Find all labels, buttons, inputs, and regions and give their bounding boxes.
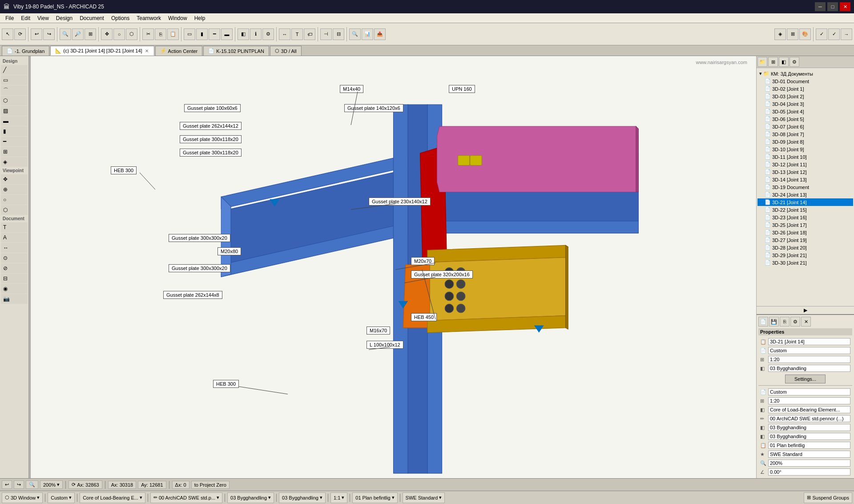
copy-button[interactable]: ⎘ [155,28,166,40]
sb-coords-ay[interactable]: Ay: 12681 [138,481,166,489]
object-tool-button[interactable]: ◈ [1,157,28,167]
bt-layer2-button[interactable]: 03 Bygghandling ▾ [227,492,274,503]
properties-button[interactable]: ⚙ [262,28,274,40]
draw-rect-button[interactable]: ▭ [1,75,28,85]
distribute-button[interactable]: ⊟ [333,28,344,40]
select-tool-button[interactable]: ↖ [2,28,13,40]
mesh-tool-button[interactable]: ⊞ [1,147,28,157]
tree-item-3d01[interactable]: 📄 3D-01 Document [757,77,853,85]
marker-tool-button[interactable]: ◉ [1,284,28,294]
sb-rotation-button[interactable]: ⟳ Ax: 32863 [68,480,102,489]
fit-window-button[interactable]: ⊞ [85,28,96,40]
wall-tool-button[interactable]: ▬ [1,116,28,126]
prop-doc-icon-button[interactable]: 📄 [758,317,768,327]
menu-document[interactable]: Document [76,14,108,22]
tree-item-3d14[interactable]: 📄 3D-14 [Joint 13] [757,176,853,183]
tree-item-3d28[interactable]: 📄 3D-28 [Joint 20] [757,244,853,251]
cut-button[interactable]: ✂ [142,28,154,40]
dim-tool-button[interactable]: ↔ [1,243,28,253]
undo-button[interactable]: ↩ [31,28,42,40]
sb-zoom-value[interactable]: 200% ▾ [40,480,63,489]
text-button[interactable]: T [291,28,303,40]
find-button[interactable]: 🔍 [349,28,361,40]
elevation-tool-button[interactable]: ⊟ [1,274,28,283]
draw-line-button[interactable]: ╱ [1,65,28,75]
drawing-area[interactable]: www.nairisargsyan.com [31,56,756,478]
sb-proj-zero[interactable]: to Project Zero [191,481,230,489]
minimize-button[interactable]: ─ [815,2,826,11]
fill-tool-button[interactable]: ▨ [1,106,28,116]
rp-prop-icon-button[interactable]: ⚙ [790,57,799,67]
layer-button[interactable]: ◧ [238,28,249,40]
tree-folder-km[interactable]: ▾ 📁 КМ: 3Д Документы [757,70,853,77]
element-info-button[interactable]: ℹ [250,28,262,40]
label-tool-button[interactable]: A [1,233,28,242]
beam-button[interactable]: ━ [209,28,220,40]
tree-item-3d04[interactable]: 📄 3D-04 [Joint 3] [757,100,853,108]
tree-item-3d07[interactable]: 📄 3D-07 [Joint 6] [757,123,853,130]
suspend-groups-button[interactable]: ⊞ Suspend Groups [804,492,852,503]
menu-design[interactable]: Design [52,14,76,22]
bt-std-button[interactable]: SWE Standard ▾ [403,492,445,503]
tab-joint14[interactable]: 📐 (c) 3D-21 [Joint 14] [3D-21 [Joint 14]… [50,46,154,56]
detail-tool-button[interactable]: ⊙ [1,253,28,263]
tab-grundplan[interactable]: 📄 -1. Grundplan [2,46,49,56]
prop-layer4-value[interactable]: 03 Bygghandling [768,433,850,440]
tree-item-3d22[interactable]: 📄 3D-22 [Joint 15] [757,206,853,214]
tree-item-3d29[interactable]: 📄 3D-29 [Joint 21] [757,251,853,259]
sb-delta-x[interactable]: Δx: 0 [172,481,189,489]
bt-custom-button[interactable]: Custom ▾ [48,492,75,503]
arrow-right-button[interactable]: → [841,28,852,40]
tab-3d[interactable]: ⬡ 3D / All [270,46,302,56]
pan-tool-button[interactable]: ✥ [1,174,28,184]
redo-button[interactable]: ↪ [43,28,55,40]
pan-button[interactable]: ✥ [101,28,113,40]
menu-window[interactable]: Window [165,14,191,22]
check2-button[interactable]: ✓ [828,28,840,40]
zoom-in-button[interactable]: 🔍 [60,28,71,40]
sb-redo-button[interactable]: ↪ [14,480,24,489]
prop-pen-value[interactable]: 00 ArchiCAD SWE std.pennor (...) [768,415,850,422]
bt-scale-button[interactable]: 1:1 ▾ [330,492,347,503]
tree-item-3d12[interactable]: 📄 3D-12 [Joint 11] [757,161,853,168]
tab-joint14-close[interactable]: ✕ [144,48,149,53]
rp-doc-icon-button[interactable]: 📁 [757,57,767,67]
view-options-button[interactable]: ⊞ [787,28,798,40]
tree-item-3d06[interactable]: 📄 3D-06 [Joint 5] [757,115,853,123]
tree-item-3d25[interactable]: 📄 3D-25 [Joint 17] [757,221,853,229]
sb-undo-button[interactable]: ↩ [2,480,12,489]
prop-layer1-value[interactable]: 03 Bygghandling [768,365,850,372]
tree-item-3d27[interactable]: 📄 3D-27 [Joint 19] [757,236,853,244]
sb-zoom-button[interactable]: 🔍 [26,480,38,489]
bt-layer3-button[interactable]: 03 Bygghandling ▾ [279,492,326,503]
bt-layer-button[interactable]: Core of Load-Bearing E... ▾ [80,492,145,503]
tree-item-3d08[interactable]: 📄 3D-08 [Joint 7] [757,130,853,138]
3d-view-button[interactable]: ⬡ [126,28,137,40]
sb-coords-ax[interactable]: Ax: 30318 [108,481,137,489]
menu-options[interactable]: Options [108,14,133,22]
tree-item-3d05[interactable]: 📄 3D-05 [Joint 4] [757,108,853,115]
orbit-button[interactable]: ○ [113,28,125,40]
orbit-tool-button[interactable]: ○ [1,195,28,205]
prop-plan-value[interactable]: 01 Plan befintlig [768,442,850,449]
tree-item-3d19[interactable]: 📄 3D-19 Document [757,183,853,191]
prop-custom2-value[interactable]: Custom [768,388,850,395]
menu-edit[interactable]: Edit [17,14,34,22]
tree-item-3d23[interactable]: 📄 3D-23 [Joint 16] [757,214,853,221]
tree-item-3d26[interactable]: 📄 3D-26 [Joint 18] [757,229,853,236]
prop-id-value[interactable]: 3D-21 [Joint 14] [768,338,850,345]
tree-item-3d24[interactable]: 📄 3D-24 [Joint 13] [757,191,853,198]
tab-plintplan[interactable]: 📄 K-15.102 PLINTPLAN [203,46,269,56]
align-button[interactable]: ⊣ [320,28,332,40]
bt-plan-button[interactable]: 01 Plan befintlig ▾ [352,492,397,503]
zoom-tool-button[interactable]: ⊕ [1,185,28,194]
slab-button[interactable]: ▬ [221,28,233,40]
menu-teamwork[interactable]: Teamwork [133,14,165,22]
settings-button[interactable]: Settings... [785,375,826,383]
section-tool-button[interactable]: ⊘ [1,263,28,273]
prop-scale2-value[interactable]: 1:20 [768,397,850,404]
menu-view[interactable]: View [34,14,52,22]
column-tool-button[interactable]: ▮ [1,126,28,136]
prop-settings-icon-button[interactable]: ⚙ [790,317,800,327]
prop-layer3-value[interactable]: 03 Bygghandling [768,424,850,431]
